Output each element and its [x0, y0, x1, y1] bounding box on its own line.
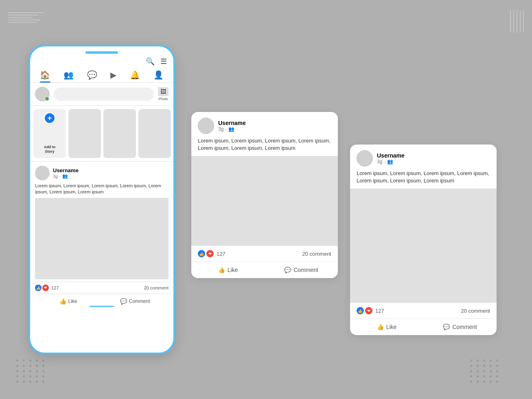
large-card-comment-button[interactable]: 💬 Comment — [423, 320, 497, 333]
medium-card-love-icon: ❤ — [206, 250, 214, 257]
large-card-avatar — [357, 150, 373, 167]
post-image — [35, 198, 169, 279]
large-card-header: Username 3g · 👥 — [350, 145, 497, 170]
nav-watch[interactable]: ▶ — [110, 70, 116, 80]
large-card-actions: 👍 Like 💬 Comment — [350, 318, 497, 335]
like-label: Like — [68, 298, 77, 304]
large-card-like-icon-btn: 👍 — [377, 324, 384, 330]
post-meta: 3g · 👥 — [53, 173, 79, 179]
large-card-comments-count: 20 comment — [461, 308, 490, 314]
like-button[interactable]: 👍 Like — [35, 296, 102, 306]
deco-lines-top-left — [8, 12, 45, 23]
medium-card-meta: 3g · 👥 — [218, 126, 246, 132]
deco-dots-bottom-left — [16, 360, 46, 383]
medium-card-audience-icon: 👥 — [228, 126, 234, 132]
medium-card-like-label: Like — [228, 267, 238, 273]
post-actions: 👍 Like 💬 Comment — [35, 294, 169, 307]
post-user-info: Username 3g · 👥 — [53, 167, 79, 179]
large-card-username: Username — [377, 152, 405, 159]
add-story-plus-icon: + — [44, 112, 55, 124]
large-card-separator: · — [384, 159, 385, 164]
story-thumb-2[interactable] — [103, 109, 136, 158]
phone-mockup: 🔍 ☰ 🏠 👥 💬 ▶ 🔔 👤 🖼 Photo + Add toStory — [28, 45, 175, 354]
large-card-love-icon: ❤ — [365, 307, 372, 314]
medium-card-time: 3g — [218, 126, 223, 132]
medium-card-reactions: 👍 ❤ 127 20 comment — [191, 246, 338, 261]
large-card-like-button[interactable]: 👍 Like — [350, 320, 423, 333]
comment-icon: 💬 — [120, 298, 127, 305]
medium-post-card: Username 3g · 👥 Lorem ipsum, Lorem ipsum… — [191, 112, 338, 278]
large-card-meta: 3g · 👥 — [377, 159, 405, 164]
medium-card-actions: 👍 Like 💬 Comment — [191, 261, 338, 278]
post-creator: 🖼 Photo — [30, 83, 173, 106]
large-card-user-info: Username 3g · 👥 — [377, 152, 405, 164]
large-card-like-label: Like — [386, 324, 397, 330]
phone-header: 🔍 ☰ — [30, 54, 173, 68]
medium-card-separator: · — [225, 126, 226, 132]
post-input[interactable] — [54, 88, 154, 101]
story-thumb-3[interactable] — [138, 109, 171, 158]
nav-friends[interactable]: 👥 — [63, 70, 74, 80]
medium-card-like-icon: 👍 — [198, 250, 205, 257]
large-card-text: Lorem ipsum, Lorem ipsum, Lorem ipsum, L… — [350, 170, 497, 189]
reaction-icons: 👍 ❤ 127 — [35, 285, 59, 291]
medium-card-username: Username — [218, 120, 246, 126]
stories-row: + Add toStory — [30, 106, 173, 162]
post-separator: · — [59, 174, 61, 179]
medium-card-avatar — [198, 118, 214, 134]
comment-button[interactable]: 💬 Comment — [102, 296, 169, 306]
post-audience-icon: 👥 — [62, 173, 68, 179]
medium-card-comment-label: Comment — [293, 267, 318, 273]
large-card-reactions: 👍 ❤ 127 20 comment — [350, 303, 497, 318]
deco-dots-bottom-right — [470, 360, 499, 383]
medium-card-comment-button[interactable]: 💬 Comment — [265, 263, 338, 276]
post-username: Username — [53, 167, 79, 173]
add-to-story-button[interactable]: + Add toStory — [33, 109, 66, 158]
large-card-time: 3g — [377, 159, 382, 164]
phone-feed-post: Username 3g · 👥 Lorem ipsum, Lorem ipsum… — [30, 162, 173, 311]
medium-card-comments-count: 20 comment — [302, 251, 331, 257]
medium-card-reaction-icons: 👍 ❤ 127 — [198, 250, 225, 257]
post-user-row: Username 3g · 👥 — [35, 166, 169, 180]
love-reaction-icon: ❤ — [42, 285, 49, 291]
like-icon: 👍 — [59, 298, 66, 305]
add-story-label: Add toStory — [44, 145, 56, 154]
post-avatar — [35, 166, 50, 180]
large-card-comment-icon: 💬 — [443, 324, 450, 330]
reactions-count: 127 — [51, 285, 59, 290]
bottom-bar-line — [90, 306, 114, 307]
menu-icon[interactable]: ☰ — [160, 57, 167, 66]
nav-home[interactable]: 🏠 — [40, 70, 50, 80]
post-reactions: 👍 ❤ 127 20 comment — [35, 282, 169, 294]
photo-icon: 🖼 — [158, 87, 169, 96]
nav-profile[interactable]: 👤 — [153, 70, 164, 80]
comments-count: 20 comment — [144, 285, 169, 290]
phone-nav: 🏠 👥 💬 ▶ 🔔 👤 — [30, 68, 173, 83]
medium-card-comment-icon: 💬 — [284, 267, 291, 273]
comment-label: Comment — [129, 298, 150, 304]
medium-card-header: Username 3g · 👥 — [191, 112, 338, 137]
like-reaction-icon: 👍 — [35, 285, 42, 291]
search-icon[interactable]: 🔍 — [146, 57, 155, 66]
medium-card-like-icon-btn: 👍 — [218, 267, 225, 273]
photo-button[interactable]: 🖼 Photo — [158, 87, 169, 101]
creator-avatar — [35, 87, 50, 101]
medium-card-reactions-count: 127 — [217, 251, 225, 257]
nav-messenger[interactable]: 💬 — [87, 70, 97, 80]
deco-lines-top-right — [510, 10, 524, 33]
large-card-comment-label: Comment — [452, 324, 477, 330]
medium-card-image — [191, 156, 338, 246]
large-card-audience-icon: 👥 — [387, 159, 393, 164]
large-card-reaction-icons: 👍 ❤ 127 — [357, 307, 384, 314]
story-thumb-1[interactable] — [68, 109, 101, 158]
photo-label: Photo — [158, 97, 168, 101]
nav-notifications[interactable]: 🔔 — [130, 70, 140, 80]
large-card-reactions-count: 127 — [375, 308, 384, 314]
large-card-image — [350, 189, 497, 303]
medium-card-like-button[interactable]: 👍 Like — [191, 263, 265, 276]
medium-card-user-info: Username 3g · 👥 — [218, 120, 246, 132]
large-card-like-icon: 👍 — [357, 307, 364, 314]
post-text: Lorem ipsum, Lorem ipsum, Lorem ipsum, L… — [35, 183, 169, 195]
medium-card-text: Lorem ipsum, Lorem ipsum, Lorem ipsum, L… — [191, 137, 338, 156]
large-post-card: Username 3g · 👥 Lorem ipsum, Lorem ipsum… — [350, 145, 497, 335]
